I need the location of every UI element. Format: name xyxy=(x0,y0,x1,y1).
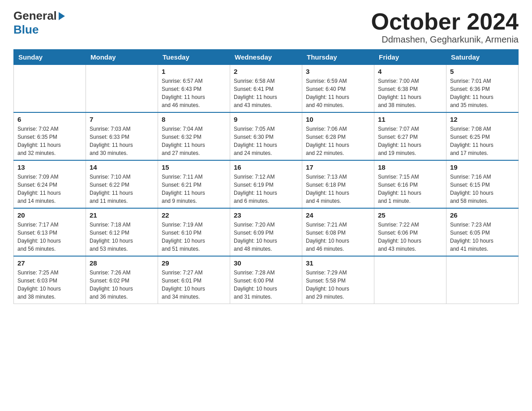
logo-chevron-icon xyxy=(59,12,65,20)
day-info: Sunrise: 7:22 AMSunset: 6:06 PMDaylight:… xyxy=(378,221,442,253)
calendar-cell: 9Sunrise: 7:05 AMSunset: 6:30 PMDaylight… xyxy=(230,112,302,160)
column-header-thursday: Thursday xyxy=(302,50,374,65)
day-info: Sunrise: 6:59 AMSunset: 6:40 PMDaylight:… xyxy=(306,77,370,109)
day-info: Sunrise: 7:09 AMSunset: 6:24 PMDaylight:… xyxy=(17,173,82,205)
day-info: Sunrise: 7:18 AMSunset: 6:12 PMDaylight:… xyxy=(90,221,154,253)
day-number: 30 xyxy=(234,259,298,267)
day-info: Sunrise: 7:27 AMSunset: 6:01 PMDaylight:… xyxy=(162,269,226,301)
day-number: 3 xyxy=(306,68,370,75)
day-info: Sunrise: 7:05 AMSunset: 6:30 PMDaylight:… xyxy=(234,125,298,157)
calendar-cell: 22Sunrise: 7:19 AMSunset: 6:10 PMDayligh… xyxy=(158,208,230,256)
day-info: Sunrise: 7:12 AMSunset: 6:19 PMDaylight:… xyxy=(234,173,298,205)
calendar-cell: 1Sunrise: 6:57 AMSunset: 6:43 PMDaylight… xyxy=(158,65,230,113)
calendar-cell: 29Sunrise: 7:27 AMSunset: 6:01 PMDayligh… xyxy=(158,256,230,304)
calendar-cell: 4Sunrise: 7:00 AMSunset: 6:38 PMDaylight… xyxy=(374,65,446,113)
day-number: 23 xyxy=(234,211,298,219)
day-number: 25 xyxy=(378,211,442,219)
calendar-cell: 23Sunrise: 7:20 AMSunset: 6:09 PMDayligh… xyxy=(230,208,302,256)
day-info: Sunrise: 6:57 AMSunset: 6:43 PMDaylight:… xyxy=(162,77,226,109)
calendar-cell: 16Sunrise: 7:12 AMSunset: 6:19 PMDayligh… xyxy=(230,160,302,208)
calendar-cell: 17Sunrise: 7:13 AMSunset: 6:18 PMDayligh… xyxy=(302,160,374,208)
day-number: 7 xyxy=(90,116,154,123)
day-info: Sunrise: 7:06 AMSunset: 6:28 PMDaylight:… xyxy=(306,125,370,157)
day-number: 4 xyxy=(378,68,442,75)
column-header-friday: Friday xyxy=(374,50,446,65)
calendar-cell: 31Sunrise: 7:29 AMSunset: 5:58 PMDayligh… xyxy=(302,256,374,304)
day-number: 1 xyxy=(162,68,226,75)
logo: General Blue xyxy=(13,9,65,37)
logo-blue-text: Blue xyxy=(13,23,65,37)
day-info: Sunrise: 7:02 AMSunset: 6:35 PMDaylight:… xyxy=(17,125,82,157)
calendar-cell: 6Sunrise: 7:02 AMSunset: 6:35 PMDaylight… xyxy=(14,112,86,160)
calendar-week-3: 13Sunrise: 7:09 AMSunset: 6:24 PMDayligh… xyxy=(14,160,519,208)
column-header-monday: Monday xyxy=(86,50,158,65)
day-info: Sunrise: 7:15 AMSunset: 6:16 PMDaylight:… xyxy=(378,173,442,205)
day-number: 13 xyxy=(17,163,82,171)
day-number: 18 xyxy=(378,163,442,171)
day-number: 15 xyxy=(162,163,226,171)
calendar-cell: 5Sunrise: 7:01 AMSunset: 6:36 PMDaylight… xyxy=(446,65,519,113)
day-number: 27 xyxy=(17,259,82,267)
calendar-week-1: 1Sunrise: 6:57 AMSunset: 6:43 PMDaylight… xyxy=(14,65,519,113)
day-info: Sunrise: 7:20 AMSunset: 6:09 PMDaylight:… xyxy=(234,221,298,253)
calendar-cell: 19Sunrise: 7:16 AMSunset: 6:15 PMDayligh… xyxy=(446,160,519,208)
calendar-header: SundayMondayTuesdayWednesdayThursdayFrid… xyxy=(14,50,519,65)
day-info: Sunrise: 7:23 AMSunset: 6:05 PMDaylight:… xyxy=(450,221,515,253)
day-number: 8 xyxy=(162,116,226,123)
calendar-cell: 27Sunrise: 7:25 AMSunset: 6:03 PMDayligh… xyxy=(14,256,86,304)
calendar-cell: 28Sunrise: 7:26 AMSunset: 6:02 PMDayligh… xyxy=(86,256,158,304)
column-header-wednesday: Wednesday xyxy=(230,50,302,65)
calendar-cell: 11Sunrise: 7:07 AMSunset: 6:27 PMDayligh… xyxy=(374,112,446,160)
calendar-cell xyxy=(14,65,86,113)
calendar-cell xyxy=(446,256,519,304)
day-number: 24 xyxy=(306,211,370,219)
day-info: Sunrise: 7:04 AMSunset: 6:32 PMDaylight:… xyxy=(162,125,226,157)
calendar-week-4: 20Sunrise: 7:17 AMSunset: 6:13 PMDayligh… xyxy=(14,208,519,256)
day-number: 12 xyxy=(450,116,515,123)
calendar-cell: 7Sunrise: 7:03 AMSunset: 6:33 PMDaylight… xyxy=(86,112,158,160)
day-info: Sunrise: 7:00 AMSunset: 6:38 PMDaylight:… xyxy=(378,77,442,109)
calendar-cell: 21Sunrise: 7:18 AMSunset: 6:12 PMDayligh… xyxy=(86,208,158,256)
calendar-cell: 18Sunrise: 7:15 AMSunset: 6:16 PMDayligh… xyxy=(374,160,446,208)
calendar-cell: 30Sunrise: 7:28 AMSunset: 6:00 PMDayligh… xyxy=(230,256,302,304)
day-info: Sunrise: 7:11 AMSunset: 6:21 PMDaylight:… xyxy=(162,173,226,205)
day-number: 28 xyxy=(90,259,154,267)
location-subtitle: Ddmashen, Gegharkunik, Armenia xyxy=(371,34,519,45)
column-header-sunday: Sunday xyxy=(14,50,86,65)
calendar-cell: 20Sunrise: 7:17 AMSunset: 6:13 PMDayligh… xyxy=(14,208,86,256)
calendar-cell xyxy=(374,256,446,304)
day-number: 16 xyxy=(234,163,298,171)
day-info: Sunrise: 6:58 AMSunset: 6:41 PMDaylight:… xyxy=(234,77,298,109)
column-header-saturday: Saturday xyxy=(446,50,519,65)
day-number: 9 xyxy=(234,116,298,123)
calendar-cell: 8Sunrise: 7:04 AMSunset: 6:32 PMDaylight… xyxy=(158,112,230,160)
calendar-cell: 15Sunrise: 7:11 AMSunset: 6:21 PMDayligh… xyxy=(158,160,230,208)
calendar-week-2: 6Sunrise: 7:02 AMSunset: 6:35 PMDaylight… xyxy=(14,112,519,160)
day-info: Sunrise: 7:10 AMSunset: 6:22 PMDaylight:… xyxy=(90,173,154,205)
calendar-cell: 2Sunrise: 6:58 AMSunset: 6:41 PMDaylight… xyxy=(230,65,302,113)
day-info: Sunrise: 7:03 AMSunset: 6:33 PMDaylight:… xyxy=(90,125,154,157)
day-info: Sunrise: 7:25 AMSunset: 6:03 PMDaylight:… xyxy=(17,269,82,301)
day-number: 14 xyxy=(90,163,154,171)
day-info: Sunrise: 7:08 AMSunset: 6:25 PMDaylight:… xyxy=(450,125,515,157)
calendar-week-5: 27Sunrise: 7:25 AMSunset: 6:03 PMDayligh… xyxy=(14,256,519,304)
day-number: 17 xyxy=(306,163,370,171)
day-number: 10 xyxy=(306,116,370,123)
day-number: 11 xyxy=(378,116,442,123)
day-number: 20 xyxy=(17,211,82,219)
calendar-cell: 26Sunrise: 7:23 AMSunset: 6:05 PMDayligh… xyxy=(446,208,519,256)
column-header-tuesday: Tuesday xyxy=(158,50,230,65)
day-info: Sunrise: 7:29 AMSunset: 5:58 PMDaylight:… xyxy=(306,269,370,301)
day-info: Sunrise: 7:26 AMSunset: 6:02 PMDaylight:… xyxy=(90,269,154,301)
day-info: Sunrise: 7:28 AMSunset: 6:00 PMDaylight:… xyxy=(234,269,298,301)
day-number: 19 xyxy=(450,163,515,171)
day-info: Sunrise: 7:19 AMSunset: 6:10 PMDaylight:… xyxy=(162,221,226,253)
day-info: Sunrise: 7:07 AMSunset: 6:27 PMDaylight:… xyxy=(378,125,442,157)
day-info: Sunrise: 7:01 AMSunset: 6:36 PMDaylight:… xyxy=(450,77,515,109)
day-number: 31 xyxy=(306,259,370,267)
day-number: 6 xyxy=(17,116,82,123)
calendar-cell: 13Sunrise: 7:09 AMSunset: 6:24 PMDayligh… xyxy=(14,160,86,208)
day-info: Sunrise: 7:13 AMSunset: 6:18 PMDaylight:… xyxy=(306,173,370,205)
day-info: Sunrise: 7:16 AMSunset: 6:15 PMDaylight:… xyxy=(450,173,515,205)
page-header: General Blue October 2024 Ddmashen, Gegh… xyxy=(13,9,519,45)
